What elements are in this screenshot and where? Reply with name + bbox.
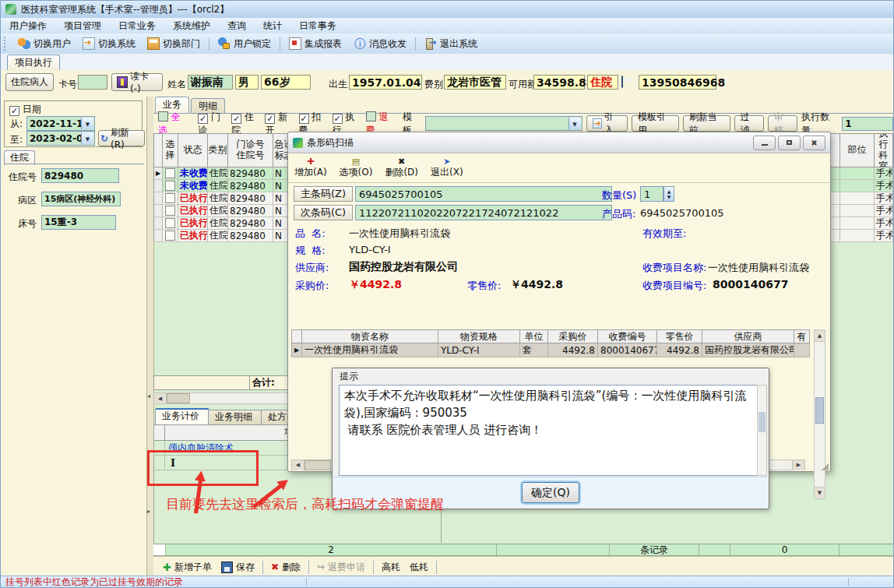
read-card-button[interactable]: 读卡(-): [111, 73, 163, 91]
col-expiry[interactable]: 有: [794, 329, 810, 343]
date-to-dropdown[interactable]: 2023-02-08: [26, 131, 95, 146]
chevron-down-icon[interactable]: [81, 132, 93, 144]
col-status[interactable]: 状态: [178, 133, 208, 167]
exit-menu-button[interactable]: ➤退出(X): [431, 157, 463, 178]
status-cell[interactable]: 已执行: [178, 217, 208, 230]
col-unit[interactable]: 单位: [520, 329, 548, 343]
close-button[interactable]: ✖: [803, 136, 825, 150]
high-consumable-button[interactable]: 高耗: [378, 559, 403, 576]
status-cell[interactable]: 已执行: [178, 192, 208, 205]
col-visit-no[interactable]: 门诊号 住院号: [228, 133, 273, 167]
dialog-v-scrollbar[interactable]: ▲ ▼: [814, 329, 825, 499]
qty-input[interactable]: 1: [640, 186, 663, 202]
chevron-down-icon[interactable]: [81, 118, 93, 129]
date-from-dropdown[interactable]: 2022-11-10: [26, 116, 95, 131]
exec-dept-cell[interactable]: 手术室: [875, 205, 893, 217]
scroll-up-icon[interactable]: ▲: [815, 330, 825, 342]
ok-button[interactable]: 确定(Q): [522, 482, 579, 503]
qty-spinner[interactable]: ▲▼: [663, 186, 674, 202]
switch-system-button[interactable]: 切换系统: [78, 35, 140, 53]
maximize-button[interactable]: [778, 136, 801, 150]
user-lock-button[interactable]: 用户锁定: [213, 35, 276, 53]
row-select-checkbox[interactable]: [163, 180, 178, 192]
menu-daily-affairs[interactable]: 日常事务: [290, 18, 345, 33]
exec-dept-cell[interactable]: 手术室: [875, 217, 893, 230]
scrollbar-thumb[interactable]: [758, 412, 766, 432]
options-menu-button[interactable]: ▤选项(O): [340, 157, 373, 178]
col-retail-price[interactable]: 零售价: [657, 329, 702, 343]
visit-no-cell[interactable]: 829480: [228, 192, 273, 205]
status-cell[interactable]: 已执行: [178, 230, 208, 242]
main-barcode-input[interactable]: 6945025700105: [355, 186, 612, 202]
expiry-cell[interactable]: [794, 343, 810, 357]
status-cell[interactable]: 未收费: [178, 167, 208, 180]
template-dropdown[interactable]: [425, 116, 582, 131]
visit-no-cell[interactable]: 829480: [228, 205, 273, 217]
delete-button[interactable]: ✖删除: [268, 559, 304, 576]
inpatient-type-button[interactable]: 住院病人: [5, 73, 54, 91]
spin-up-icon[interactable]: ▲: [667, 188, 671, 194]
menu-project-mgmt[interactable]: 项目管理: [55, 18, 110, 33]
status-cell[interactable]: 已执行: [178, 205, 208, 217]
switch-user-button[interactable]: 切换用户: [13, 35, 76, 53]
col-supplier[interactable]: 供应商: [702, 329, 794, 343]
phone-icon-button[interactable]: [621, 76, 623, 87]
date-checkbox[interactable]: 日期: [9, 103, 41, 116]
position-cell[interactable]: [840, 192, 875, 205]
minimize-button[interactable]: [753, 136, 776, 150]
message-button[interactable]: ⓘ消息收发: [349, 35, 411, 53]
exec-dept-cell[interactable]: 手术室: [875, 180, 893, 192]
spin-down-icon[interactable]: ▼: [667, 194, 671, 199]
import-button[interactable]: 引入: [586, 115, 628, 132]
col-position[interactable]: 部位: [840, 133, 875, 167]
scroll-left-icon[interactable]: ◀: [292, 460, 304, 470]
exec-qty-field[interactable]: 1: [842, 117, 893, 131]
tab-project-execution[interactable]: 项目执行: [7, 55, 60, 71]
tab-business-pricing[interactable]: 业务计价: [155, 408, 209, 424]
col-material-spec[interactable]: 物资规格: [438, 329, 520, 343]
tab-business-detail[interactable]: 业务明细: [208, 410, 262, 424]
position-cell[interactable]: [840, 180, 875, 192]
visit-no-cell[interactable]: 829480: [228, 217, 273, 230]
position-cell[interactable]: [840, 230, 875, 242]
unit-cell[interactable]: 套: [520, 343, 548, 357]
category-cell[interactable]: 住院: [208, 192, 228, 205]
col-material-name[interactable]: 物资名称: [302, 329, 438, 343]
status-cell[interactable]: 未收费: [178, 180, 208, 192]
row-select-checkbox[interactable]: [163, 205, 178, 217]
visit-no-cell[interactable]: 829480: [228, 167, 273, 180]
splitter-expand-icon[interactable]: ▸: [147, 508, 150, 515]
scrollbar-thumb[interactable]: [304, 460, 331, 470]
dialog-title-bar[interactable]: 条形码扫描 ✖: [288, 132, 830, 153]
resize-grip[interactable]: [821, 463, 829, 470]
category-cell[interactable]: 住院: [208, 167, 228, 180]
template-apply-button[interactable]: 模板引用: [632, 115, 679, 132]
position-cell[interactable]: [840, 167, 875, 180]
col-charge-no[interactable]: 收费编号: [598, 329, 657, 343]
col-select[interactable]: 选 择: [163, 133, 178, 167]
scrollbar-thumb[interactable]: [815, 397, 824, 424]
add-sub-order-button[interactable]: ✚新增子单: [160, 559, 215, 576]
splitter-collapse-icon[interactable]: ◂: [147, 393, 150, 400]
row-select-checkbox[interactable]: [163, 192, 178, 205]
retail-price-cell[interactable]: 4492.8: [657, 343, 702, 357]
integrated-report-button[interactable]: 集成报表: [284, 35, 347, 53]
row-select-checkbox[interactable]: [163, 167, 178, 180]
position-cell[interactable]: [840, 205, 875, 217]
menu-stats[interactable]: 统计: [255, 18, 290, 33]
message-v-scrollbar[interactable]: [757, 385, 767, 476]
card-no-field[interactable]: [78, 75, 107, 90]
chevron-down-icon[interactable]: [568, 118, 581, 129]
category-cell[interactable]: 住院: [208, 205, 228, 217]
col-category[interactable]: 类别: [208, 133, 228, 167]
menu-query[interactable]: 查询: [219, 18, 255, 33]
row-select-checkbox[interactable]: [163, 230, 178, 242]
category-cell[interactable]: 住院: [208, 217, 228, 230]
supplier-cell[interactable]: 国药控股龙岩有限公司: [702, 343, 794, 357]
visit-no-cell[interactable]: 829480: [228, 180, 273, 192]
switch-dept-button[interactable]: 切换部门: [143, 35, 205, 53]
scroll-right-icon[interactable]: ▶: [792, 460, 804, 470]
material-spec-cell[interactable]: YLD-CY-I: [438, 343, 520, 357]
exec-dept-cell[interactable]: 手术室: [875, 230, 893, 242]
charge-no-cell[interactable]: 8000140677: [598, 343, 657, 357]
